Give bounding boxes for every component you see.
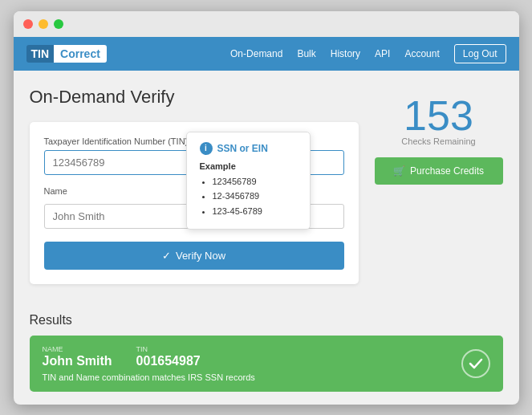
- left-panel: On-Demand Verify Taxpayer Identification…: [30, 87, 359, 297]
- checkmark-svg: [468, 356, 484, 372]
- page-title: On-Demand Verify: [30, 87, 359, 108]
- nav-api[interactable]: API: [375, 48, 390, 59]
- tooltip-example-label: Example: [200, 161, 297, 171]
- result-left: Name John Smith TIN 001654987 TIN and Na…: [43, 345, 452, 382]
- verify-button-label: Verify Now: [176, 250, 225, 262]
- result-tin-value: 001654987: [136, 354, 201, 368]
- purchase-button-label: Purchase Credits: [410, 165, 484, 177]
- brand-correct: Correct: [54, 45, 107, 63]
- maximize-dot[interactable]: [54, 19, 63, 29]
- tooltip-example-2: 12-3456789: [213, 189, 297, 204]
- result-name-value: John Smith: [43, 354, 112, 368]
- credits-label: Checks Remaining: [401, 136, 475, 146]
- credits-count: 153: [404, 95, 473, 136]
- main-content: On-Demand Verify Taxpayer Identification…: [14, 71, 519, 313]
- nav-links: On-Demand Bulk History API Account Log O…: [230, 44, 506, 63]
- form-section: Taxpayer Identification Number (TIN) i S…: [30, 122, 359, 284]
- nav-account[interactable]: Account: [404, 48, 439, 59]
- result-top-row: Name John Smith TIN 001654987: [43, 345, 452, 368]
- app-window: TIN Correct On-Demand Bulk History API A…: [14, 11, 519, 405]
- checkmark-icon: ✓: [162, 250, 171, 262]
- verify-button[interactable]: ✓ Verify Now: [44, 242, 344, 270]
- results-title: Results: [30, 313, 503, 328]
- logout-button[interactable]: Log Out: [454, 44, 506, 63]
- minimize-dot[interactable]: [39, 19, 48, 29]
- nav-on-demand[interactable]: On-Demand: [230, 48, 282, 59]
- result-tin-section: TIN 001654987: [136, 345, 201, 368]
- cart-icon: 🛒: [393, 165, 405, 177]
- result-message: TIN and Name combination matches IRS SSN…: [43, 372, 452, 382]
- navbar: TIN Correct On-Demand Bulk History API A…: [14, 37, 519, 71]
- close-dot[interactable]: [23, 19, 33, 29]
- tooltip-example-3: 123-45-6789: [213, 204, 297, 219]
- brand-logo: TIN Correct: [26, 45, 107, 63]
- result-tin-label: TIN: [136, 345, 201, 353]
- results-section: Results Name John Smith TIN 001654987 TI…: [14, 313, 519, 405]
- title-bar: [14, 11, 519, 37]
- tooltip-list: 123456789 12-3456789 123-45-6789: [200, 174, 297, 219]
- result-check-icon: [461, 349, 490, 378]
- nav-history[interactable]: History: [331, 48, 360, 59]
- nav-bulk[interactable]: Bulk: [297, 48, 315, 59]
- tooltip-example-1: 123456789: [213, 174, 297, 189]
- purchase-credits-button[interactable]: 🛒 Purchase Credits: [375, 157, 503, 185]
- right-panel: 153 Checks Remaining 🛒 Purchase Credits: [375, 87, 503, 297]
- tooltip-title: SSN or EIN: [217, 143, 268, 154]
- brand-tin: TIN: [26, 45, 55, 63]
- info-icon: i: [200, 142, 213, 155]
- tooltip-header: i SSN or EIN: [200, 142, 297, 155]
- result-name-section: Name John Smith: [43, 345, 112, 368]
- result-name-label: Name: [43, 345, 112, 353]
- tooltip-popup: i SSN or EIN Example 123456789 12-345678…: [186, 132, 311, 230]
- result-row: Name John Smith TIN 001654987 TIN and Na…: [30, 336, 503, 392]
